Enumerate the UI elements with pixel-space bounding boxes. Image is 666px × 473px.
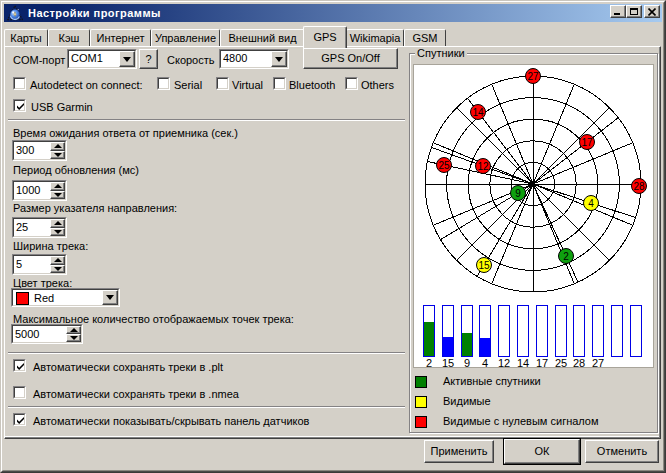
svg-text:14: 14 [472,107,484,118]
svg-text:25: 25 [438,160,450,171]
svg-text:17: 17 [581,137,593,148]
svg-text:15: 15 [478,260,490,271]
svg-text:12: 12 [477,161,489,172]
svg-text:28: 28 [633,181,645,192]
svg-text:9: 9 [515,188,521,199]
svg-text:4: 4 [588,198,594,209]
svg-text:27: 27 [527,71,539,82]
svg-text:2: 2 [563,251,569,262]
